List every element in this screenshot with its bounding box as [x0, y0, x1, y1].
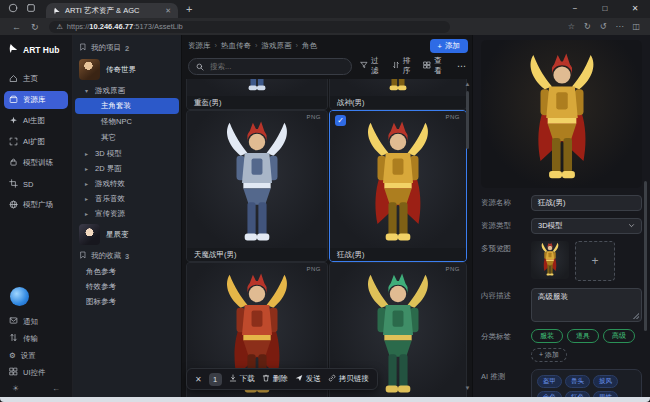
url-text: https://10.246.46.77:5173/AssetLib — [67, 22, 183, 31]
caret-right-icon[interactable]: ▸ — [85, 150, 92, 157]
send-button[interactable]: 发送 — [295, 374, 321, 384]
user-avatar[interactable] — [10, 287, 29, 306]
caret-down-icon[interactable]: ▾ — [85, 87, 92, 94]
sidebar-item-model-plaza[interactable]: 模型广场 — [4, 196, 68, 214]
theme-sun-icon[interactable]: ☀ — [12, 384, 19, 393]
sidebar-item-asset-library[interactable]: 资源库 — [4, 91, 68, 109]
browser-tab[interactable]: ARTI 艺术资产 & AGC ✕ — [46, 3, 178, 18]
breadcrumb-item[interactable]: 角色 — [292, 41, 318, 51]
tree-item-other[interactable]: 其它 — [75, 130, 179, 146]
asset-thumbnail — [330, 111, 466, 248]
asset-name-input[interactable]: 狂战(男) — [531, 195, 642, 211]
sidebar-item-model-training[interactable]: 模型训练 — [4, 154, 68, 172]
delete-button[interactable]: 删除 — [262, 374, 288, 384]
project-item-legend-world[interactable]: 传奇世界 — [73, 56, 181, 83]
previews-field: 多预览图 + — [481, 241, 642, 281]
category-tag[interactable]: 高级 — [603, 329, 635, 343]
grid-scrollbar[interactable]: ▲ ▼ — [464, 81, 471, 391]
project-item-stellar[interactable]: 星辰变 — [73, 221, 181, 248]
scroll-down-icon[interactable]: ▼ — [464, 385, 471, 391]
caret-right-icon[interactable]: ▸ — [85, 195, 92, 202]
category-tag[interactable]: 服装 — [531, 329, 563, 343]
scroll-up-icon[interactable]: ▲ — [464, 81, 471, 87]
favorites-header[interactable]: 我的收藏 3 — [73, 248, 181, 264]
asset-card-selected[interactable]: ✓ PNG 狂战(男) — [329, 110, 467, 262]
minimize-button[interactable]: − — [560, 0, 590, 18]
description-textarea[interactable]: 高级服装 — [531, 288, 642, 322]
format-badge: PNG — [445, 114, 460, 120]
tree-group-2d-ui[interactable]: ▸ 2D 界面 — [73, 161, 181, 176]
sidebar-item-sd[interactable]: SD — [4, 175, 68, 193]
tab-close-icon[interactable]: ✕ — [165, 7, 171, 15]
more-menu-icon[interactable]: ⋯ — [615, 22, 623, 31]
favorite-item-fx-ref[interactable]: 特效参考 — [73, 279, 181, 294]
asset-card[interactable]: 战神(男) — [329, 79, 467, 110]
copy-link-button[interactable]: 拷贝链接 — [328, 374, 369, 384]
add-asset-button[interactable]: + 添加 — [430, 39, 468, 53]
category-tag[interactable]: 道具 — [567, 329, 599, 343]
tree-item-monster-npc[interactable]: 怪物NPC — [75, 114, 179, 130]
reload-icon[interactable]: ↻ — [31, 22, 39, 32]
clear-selection-icon[interactable]: ✕ — [195, 375, 202, 384]
favorite-item-icon-ref[interactable]: 图标参考 — [73, 294, 181, 309]
sidebar-item-ai-expand[interactable]: AI扩图 — [4, 133, 68, 151]
scrollbar-thumb[interactable] — [466, 91, 469, 149]
favorite-item-character-ref[interactable]: 角色参考 — [73, 264, 181, 279]
tree-group-promo-assets[interactable]: ▸ 宣传资源 — [73, 206, 181, 221]
profile-icon[interactable]: ◫ — [632, 22, 640, 31]
description-field: 内容描述 高级服装 — [481, 288, 642, 322]
asset-card[interactable]: PNG 天魔战甲(男) — [186, 110, 328, 262]
close-button[interactable]: ✕ — [620, 0, 650, 18]
tree-group-game-fx[interactable]: ▸ 游戏特效 — [73, 176, 181, 191]
asset-label: 天魔战甲(男) — [187, 248, 327, 261]
sort-button[interactable]: 排序 — [392, 56, 416, 76]
tree-group-game-art[interactable]: ▾ 游戏原画 — [73, 83, 181, 98]
filter-button[interactable]: 过滤 — [360, 56, 384, 76]
inspector-scrollbar[interactable] — [642, 41, 649, 389]
ai-tag[interactable]: 盔甲 — [537, 375, 562, 388]
search-input[interactable] — [208, 61, 344, 72]
sidebar-item-settings[interactable]: ⚙ 设置 — [4, 347, 68, 364]
download-button[interactable]: 下载 — [229, 374, 255, 384]
asset-type-select[interactable]: 3D模型 — [531, 218, 642, 234]
my-projects-header[interactable]: 我的项目 2 — [73, 40, 181, 56]
tab-overview-icon[interactable] — [26, 3, 36, 15]
caret-right-icon[interactable]: ▸ — [85, 210, 92, 217]
resize-handle-icon[interactable] — [633, 313, 639, 319]
breadcrumb-item[interactable]: 热血传奇 — [211, 41, 252, 51]
breadcrumb-item[interactable]: 游戏原画 — [251, 41, 292, 51]
sidebar-item-ui-widgets[interactable]: UI控件 — [4, 364, 68, 381]
refresh-icon[interactable]: ↻ — [584, 22, 591, 31]
ai-tag[interactable]: 兽头 — [565, 375, 590, 388]
tree-group-3d-models[interactable]: ▸ 3D 模型 — [73, 146, 181, 161]
more-options-icon[interactable]: ⋯ — [457, 61, 466, 71]
url-field[interactable]: ⚠ https://10.246.46.77:5173/AssetLib — [49, 21, 450, 33]
caret-right-icon[interactable]: ▸ — [85, 180, 92, 187]
maximize-button[interactable]: □ — [590, 0, 620, 18]
asset-card[interactable]: 重盔(男) — [186, 79, 328, 110]
collapse-arrow-icon[interactable]: ← — [52, 384, 60, 393]
security-warning-icon[interactable]: ⚠ — [57, 23, 63, 31]
card-checkbox[interactable]: ✓ — [335, 115, 346, 126]
view-button[interactable]: 查看 — [423, 56, 447, 76]
add-tag-button[interactable]: + 添加 — [531, 348, 567, 362]
scrollbar-thumb[interactable] — [644, 181, 647, 331]
bookmark-star-icon[interactable]: ☆ — [568, 22, 575, 31]
back-icon[interactable]: ← — [12, 22, 21, 32]
add-preview-button[interactable]: + — [575, 241, 615, 281]
tree-group-music-sfx[interactable]: ▸ 音乐音效 — [73, 191, 181, 206]
new-tab-button[interactable]: + — [186, 3, 192, 15]
sidebar-item-ai-image[interactable]: AI生图 — [4, 112, 68, 130]
caret-right-icon[interactable]: ▸ — [85, 165, 92, 172]
history-icon[interactable]: ↺ — [600, 22, 607, 31]
sidebar-item-home[interactable]: 主页 — [4, 70, 68, 88]
preview-thumbnail[interactable] — [531, 241, 569, 279]
sidebar-item-notifications[interactable]: 通知 — [4, 313, 68, 330]
sidebar-item-transfer[interactable]: 传输 — [4, 330, 68, 347]
format-badge: PNG — [306, 114, 321, 120]
breadcrumb-item[interactable]: 资源库 — [188, 41, 211, 51]
browser-logo-icon[interactable] — [8, 3, 18, 15]
tree-item-hero-suits[interactable]: 主角套装 — [75, 98, 179, 114]
ai-tag[interactable]: 披风 — [593, 375, 618, 388]
search-box[interactable] — [188, 58, 352, 75]
